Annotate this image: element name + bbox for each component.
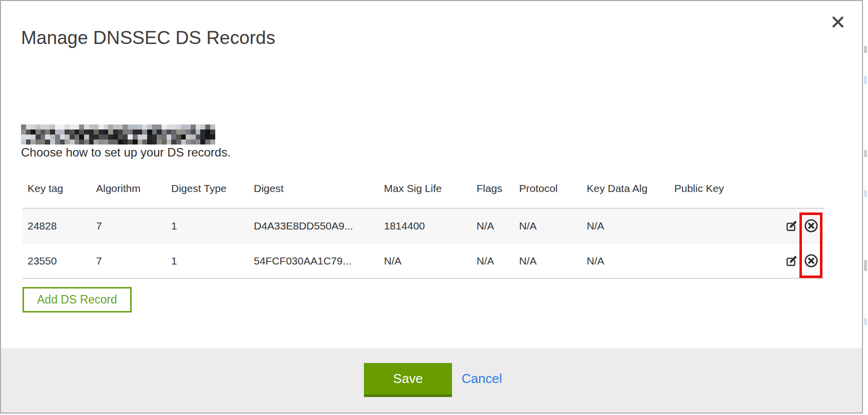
table-row: 24828 7 1 D4A33E8DD550A9... 1814400 N/A … <box>23 208 824 244</box>
add-ds-record-button[interactable]: Add DS Record <box>23 287 132 312</box>
close-icon <box>830 14 846 30</box>
cell-key-data-alg: N/A <box>582 208 669 244</box>
column-header-public-key: Public Key <box>669 169 774 208</box>
cell-algorithm: 7 <box>91 208 166 244</box>
dialog-footer: Save Cancel <box>1 348 862 412</box>
table-header-row: Key tag Algorithm Digest Type Digest Max… <box>23 169 824 208</box>
background-page-fragment <box>864 260 867 271</box>
cell-protocol: N/A <box>514 244 582 278</box>
manage-dnssec-ds-records-dialog: Manage DNSSEC DS Records Choose how to s… <box>0 0 863 414</box>
delete-record-icon <box>804 262 818 270</box>
background-page-fragment <box>864 318 867 325</box>
cell-flags: N/A <box>472 208 514 244</box>
edit-record-icon <box>785 262 798 269</box>
background-page-fragment <box>864 150 867 157</box>
cell-digest-type: 1 <box>166 244 249 278</box>
column-header-max-sig-life: Max Sig Life <box>379 169 472 208</box>
column-header-algorithm: Algorithm <box>91 169 166 208</box>
cell-max-sig-life: 1814400 <box>379 208 472 244</box>
cell-digest: 54FCF030AA1C79... <box>249 244 379 278</box>
edit-record-button[interactable] <box>785 219 798 232</box>
cancel-link[interactable]: Cancel <box>462 371 502 386</box>
background-page-fragment <box>864 46 867 53</box>
cell-public-key <box>669 208 774 244</box>
row-actions <box>774 244 824 278</box>
table-row: 23550 7 1 54FCF030AA1C79... N/A N/A N/A … <box>23 244 824 278</box>
cell-key-tag: 24828 <box>23 208 91 244</box>
background-page-fragment <box>864 190 867 197</box>
column-header-key-tag: Key tag <box>23 169 91 208</box>
column-header-flags: Flags <box>472 169 514 208</box>
edit-record-icon <box>785 226 798 234</box>
save-button[interactable]: Save <box>364 363 452 397</box>
background-page-fragment <box>864 76 867 84</box>
cell-digest: D4A33E8DD550A9... <box>249 208 379 244</box>
cell-protocol: N/A <box>514 208 582 244</box>
column-header-digest-type: Digest Type <box>166 169 249 208</box>
cell-algorithm: 7 <box>91 244 166 278</box>
edit-record-button[interactable] <box>785 254 798 268</box>
close-button[interactable] <box>827 11 849 33</box>
cell-digest-type: 1 <box>166 208 249 244</box>
cell-key-tag: 23550 <box>23 244 91 278</box>
column-header-protocol: Protocol <box>514 169 582 208</box>
cell-key-data-alg: N/A <box>582 244 669 278</box>
ds-records-table: Key tag Algorithm Digest Type Digest Max… <box>23 169 824 278</box>
column-header-digest: Digest <box>249 169 379 208</box>
cell-flags: N/A <box>472 244 514 278</box>
cell-max-sig-life: N/A <box>379 244 472 278</box>
cell-public-key <box>669 244 774 278</box>
redacted-domain-name <box>21 124 215 144</box>
instruction-text: Choose how to set up your DS records. <box>21 146 231 160</box>
column-header-actions <box>774 169 824 208</box>
delete-record-button[interactable] <box>804 218 818 233</box>
column-header-key-data-alg: Key Data Alg <box>582 169 669 208</box>
row-actions <box>774 208 824 244</box>
dialog-title: Manage DNSSEC DS Records <box>21 28 275 48</box>
delete-record-button[interactable] <box>804 254 818 268</box>
delete-record-icon <box>804 227 818 234</box>
